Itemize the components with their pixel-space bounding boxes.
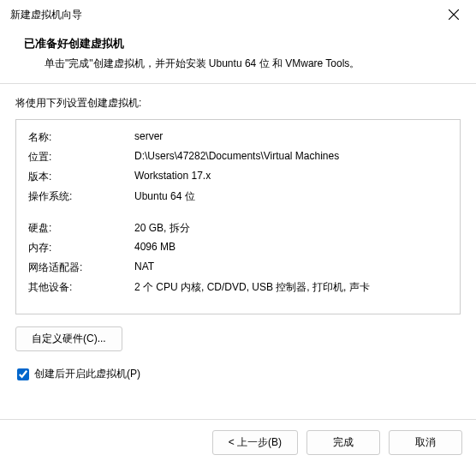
row-disk: 硬盘: 20 GB, 拆分: [28, 221, 448, 236]
titlebar: 新建虚拟机向导: [0, 0, 476, 27]
label-network: 网络适配器:: [28, 260, 134, 275]
header-divider: [0, 83, 476, 84]
value-network: NAT: [134, 260, 448, 275]
label-location: 位置:: [28, 150, 134, 165]
settings-panel: 名称: server 位置: D:\Users\47282\Documents\…: [15, 119, 461, 314]
header-subtitle: 单击"完成"创建虚拟机，并开始安装 Ubuntu 64 位 和 VMware T…: [24, 57, 459, 71]
value-disk: 20 GB, 拆分: [134, 221, 448, 236]
close-button[interactable]: [442, 6, 466, 23]
row-location: 位置: D:\Users\47282\Documents\Virtual Mac…: [28, 150, 448, 165]
row-network: 网络适配器: NAT: [28, 260, 448, 275]
customize-row: 自定义硬件(C)...: [15, 326, 461, 351]
label-other: 其他设备:: [28, 280, 134, 295]
row-name: 名称: server: [28, 130, 448, 145]
content-area: 将使用下列设置创建虚拟机: 名称: server 位置: D:\Users\47…: [0, 96, 476, 419]
value-memory: 4096 MB: [134, 241, 448, 255]
row-memory: 内存: 4096 MB: [28, 241, 448, 255]
header-title: 已准备好创建虚拟机: [24, 36, 459, 51]
settings-lead: 将使用下列设置创建虚拟机:: [15, 96, 461, 111]
close-icon: [449, 9, 459, 20]
cancel-button[interactable]: 取消: [389, 430, 462, 455]
value-os: Ubuntu 64 位: [134, 189, 448, 204]
label-os: 操作系统:: [28, 189, 134, 204]
back-button[interactable]: < 上一步(B): [212, 430, 298, 455]
row-os: 操作系统: Ubuntu 64 位: [28, 189, 448, 204]
poweron-checkbox-row[interactable]: 创建后开启此虚拟机(P): [15, 367, 461, 381]
customize-hardware-button[interactable]: 自定义硬件(C)...: [15, 326, 122, 351]
label-memory: 内存:: [28, 241, 134, 255]
poweron-checkbox-label: 创建后开启此虚拟机(P): [34, 367, 140, 381]
row-version: 版本: Workstation 17.x: [28, 170, 448, 184]
label-name: 名称:: [28, 130, 134, 145]
label-version: 版本:: [28, 170, 134, 184]
footer-buttons: < 上一步(B) 完成 取消: [0, 419, 476, 467]
value-other: 2 个 CPU 内核, CD/DVD, USB 控制器, 打印机, 声卡: [134, 280, 448, 295]
window-title: 新建虚拟机向导: [10, 8, 82, 22]
wizard-header: 已准备好创建虚拟机 单击"完成"创建虚拟机，并开始安装 Ubuntu 64 位 …: [0, 27, 476, 83]
value-location: D:\Users\47282\Documents\Virtual Machine…: [134, 150, 448, 165]
finish-button[interactable]: 完成: [306, 430, 380, 455]
poweron-checkbox[interactable]: [17, 368, 29, 380]
row-other: 其他设备: 2 个 CPU 内核, CD/DVD, USB 控制器, 打印机, …: [28, 280, 448, 295]
value-version: Workstation 17.x: [134, 170, 448, 184]
label-disk: 硬盘:: [28, 221, 134, 236]
value-name: server: [134, 130, 448, 145]
